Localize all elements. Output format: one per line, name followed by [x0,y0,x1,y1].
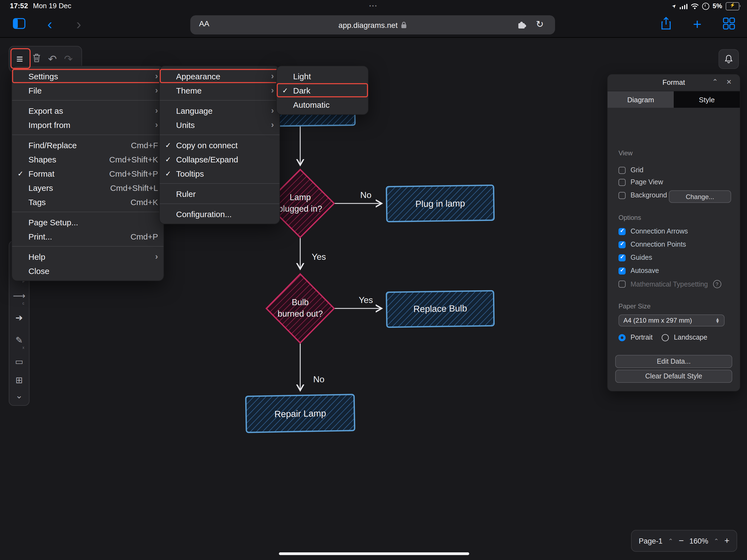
battery-percent: 5% [713,2,722,10]
menu-hamburger-icon[interactable]: ≡ [17,52,23,66]
shortcut: Cmd+F [131,140,158,150]
line-tool-icon[interactable]: ⟶ [13,291,25,301]
menu-separator [12,246,163,247]
share-icon[interactable] [661,17,672,32]
paper-size-select[interactable]: A4 (210 mm x 297 mm) ▲▼ [618,314,725,327]
menu-item-units[interactable]: Units › [160,118,279,132]
collapse-toolbar-icon[interactable]: ⌄ [16,390,23,401]
forward-button[interactable]: › [76,17,81,32]
menu-item-help[interactable]: Help › [12,249,163,263]
menu-item-language[interactable]: Language › [160,103,279,118]
extensions-puzzle-icon[interactable] [517,20,527,29]
page-selector[interactable]: Page-1 [639,537,663,545]
zoom-in-button[interactable]: + [724,536,729,546]
menu-item-theme[interactable]: Theme › [160,83,279,97]
redo-icon[interactable]: ↷ [64,53,73,65]
zoom-out-button[interactable]: − [679,536,684,546]
menu-item-tags[interactable]: Tags Cmd+K [12,195,163,209]
checkbox-grid[interactable]: Grid [618,166,643,174]
menu-item-close[interactable]: Close [12,263,163,278]
radio-portrait[interactable]: Portrait Landscape [618,334,707,341]
text-size-button[interactable]: AA [199,19,209,28]
delete-icon[interactable] [32,53,41,65]
menu-item-dark[interactable]: ✓ Dark [277,83,368,97]
tab-style[interactable]: Style [674,91,740,108]
menu-item-copy-on-connect[interactable]: ✓ Copy on connect [160,138,279,152]
back-button[interactable]: ‹ [47,17,52,32]
page-chevron-icon[interactable]: ⌃ [668,537,673,544]
change-background-button[interactable]: Change... [669,190,731,203]
arrow-tool-icon[interactable]: ➔ [16,312,23,323]
checkbox-autosave[interactable]: Autosave [618,267,659,275]
checkbox-background[interactable]: Background [618,192,667,199]
shape-tool-icon[interactable]: ▭ [15,356,23,367]
checkbox[interactable] [618,254,626,261]
tab-diagram[interactable]: Diagram [608,91,674,108]
node-repair-lamp[interactable]: Repair Lamp [246,394,355,433]
menu-item-page-setup[interactable]: Page Setup... [12,215,163,229]
zoom-chevron-icon[interactable]: ⌃ [714,537,719,544]
checkbox-connection-points[interactable]: Connection Points [618,240,686,248]
menu-item-shapes[interactable]: Shapes Cmd+Shift+K [12,152,163,166]
checkbox-connection-arrows[interactable]: Connection Arrows [618,228,688,235]
submenu-arrow-icon: › [267,72,274,80]
menu-item-configuration[interactable]: Configuration... [160,207,279,221]
address-bar[interactable]: app.diagrams.net [190,15,555,34]
tabs-overview-icon[interactable] [723,18,735,32]
node-bulb-burned[interactable]: Bulb burned out? [266,274,334,343]
safari-toolbar: ‹ › app.diagrams.net AA ↻ [0,12,747,37]
node-label: Repair Lamp [274,408,326,419]
edge-label-no-1: No [360,190,371,200]
menu-item-format[interactable]: ✓ Format Cmd+Shift+P [12,166,163,180]
menu-item-appearance[interactable]: Appearance › [160,69,279,83]
menu-item-ruler[interactable]: Ruler [160,186,279,201]
checkbox-mathematical-typesetting[interactable]: Mathematical Typesetting ? [618,280,721,288]
reload-icon[interactable]: ↻ [536,19,544,30]
menu-item-import-from[interactable]: Import from › [12,118,163,132]
menu-item-export-as[interactable]: Export as › [12,103,163,118]
checkbox[interactable] [618,179,626,186]
edge-label-yes-2: Yes [359,295,373,305]
menu-item-automatic[interactable]: Automatic [277,97,368,111]
multitask-dots-icon[interactable]: ••• [369,3,378,9]
zoom-level[interactable]: 160% [689,537,708,545]
close-panel-icon[interactable]: ✕ [726,78,732,86]
menu-item-layers[interactable]: Layers Cmd+Shift+L [12,180,163,195]
menu-item-find-replace[interactable]: Find/Replace Cmd+F [12,138,163,152]
freehand-tool-icon[interactable]: ✎ [16,335,23,345]
menu-item-collapse-expand[interactable]: ✓ Collapse/Expand [160,152,279,166]
menu-item-tooltips[interactable]: ✓ Tooltips [160,166,279,180]
checkbox[interactable] [618,241,626,248]
submenu-arrow-icon: › [152,106,158,115]
checkbox-page-view[interactable]: Page View [618,178,663,186]
checkbox[interactable] [618,228,626,235]
menu-item-file[interactable]: File › [12,83,163,97]
radio-button[interactable] [618,334,626,341]
collapse-panel-icon[interactable]: ⌃ [712,78,718,86]
checkbox[interactable] [618,192,626,199]
menu-item-light[interactable]: Light [277,69,368,83]
menu-item-settings[interactable]: Settings › [12,69,163,83]
clear-default-style-button[interactable]: Clear Default Style [615,370,732,383]
status-time: 17:52 [10,2,28,10]
node-label: Bulb [292,298,309,307]
sidebar-toggle-icon[interactable] [13,18,25,31]
wifi-icon [691,3,699,9]
notifications-button[interactable] [719,49,739,69]
menu-item-print[interactable]: Print... Cmd+P [12,229,163,244]
undo-icon[interactable]: ↶ [48,53,57,65]
node-replace-bulb[interactable]: Replace Bulb [386,291,494,327]
checkbox-guides[interactable]: Guides [618,254,652,261]
radio-button[interactable] [662,334,669,341]
checkbox[interactable] [618,267,626,274]
node-label: Plug in lamp [415,198,465,209]
node-plug-in-lamp[interactable]: Plug in lamp [386,185,494,222]
checkbox[interactable] [618,281,626,288]
new-tab-icon[interactable]: + [693,16,702,33]
home-indicator[interactable] [279,552,469,555]
add-shape-icon[interactable]: ⊞ [16,375,23,385]
format-panel-body: View Grid Page View Background Change...… [608,108,740,391]
help-icon[interactable]: ? [713,280,721,288]
checkbox[interactable] [618,167,626,174]
edit-data-button[interactable]: Edit Data... [615,355,732,368]
